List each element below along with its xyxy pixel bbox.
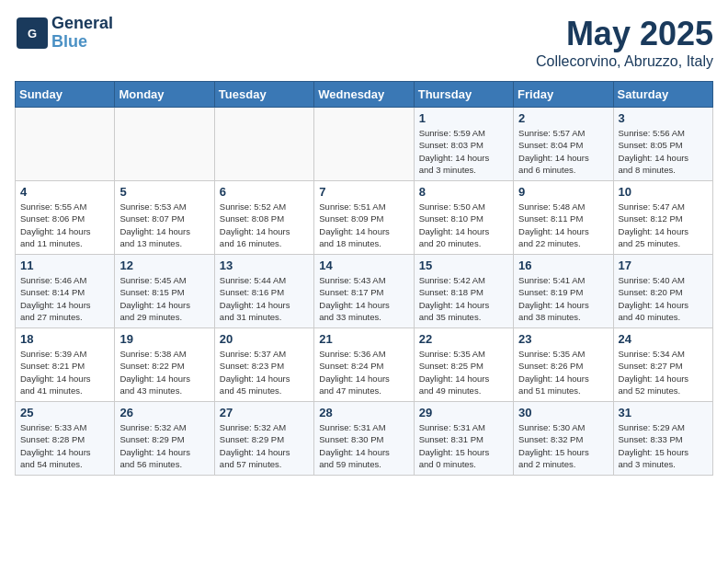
day-number: 8 xyxy=(419,185,508,199)
calendar-cell: 14Sunrise: 5:43 AM Sunset: 8:17 PM Dayli… xyxy=(314,255,414,328)
cell-info: Sunrise: 5:42 AM Sunset: 8:18 PM Dayligh… xyxy=(419,274,508,323)
day-number: 4 xyxy=(20,185,109,199)
day-number: 19 xyxy=(119,332,209,346)
cell-info: Sunrise: 5:36 AM Sunset: 8:24 PM Dayligh… xyxy=(319,348,408,396)
day-number: 20 xyxy=(220,332,309,346)
day-number: 31 xyxy=(619,406,708,419)
cell-info: Sunrise: 5:56 AM Sunset: 8:05 PM Dayligh… xyxy=(619,127,708,176)
day-number: 12 xyxy=(119,259,209,272)
cell-info: Sunrise: 5:48 AM Sunset: 8:11 PM Dayligh… xyxy=(518,201,608,249)
day-number: 21 xyxy=(319,332,408,346)
day-number: 11 xyxy=(20,259,109,272)
day-number: 5 xyxy=(119,185,209,199)
cell-info: Sunrise: 5:40 AM Sunset: 8:20 PM Dayligh… xyxy=(619,274,708,323)
page-header: G General Blue May 2025 Collecorvino, Ab… xyxy=(15,15,713,70)
cell-info: Sunrise: 5:31 AM Sunset: 8:30 PM Dayligh… xyxy=(319,421,408,470)
day-number: 29 xyxy=(419,406,508,419)
day-number: 26 xyxy=(119,406,209,419)
calendar-cell: 13Sunrise: 5:44 AM Sunset: 8:16 PM Dayli… xyxy=(214,255,313,328)
day-header-sunday: Sunday xyxy=(16,82,115,108)
day-number: 17 xyxy=(619,259,708,272)
calendar-cell: 24Sunrise: 5:34 AM Sunset: 8:27 PM Dayli… xyxy=(613,328,712,402)
logo-line2: Blue xyxy=(51,33,113,52)
location: Collecorvino, Abruzzo, Italy xyxy=(536,53,713,70)
day-number: 7 xyxy=(319,185,408,199)
calendar-table: SundayMondayTuesdayWednesdayThursdayFrid… xyxy=(15,81,713,476)
calendar-cell: 19Sunrise: 5:38 AM Sunset: 8:22 PM Dayli… xyxy=(115,328,214,402)
calendar-cell: 4Sunrise: 5:55 AM Sunset: 8:06 PM Daylig… xyxy=(16,181,115,255)
calendar-cell: 21Sunrise: 5:36 AM Sunset: 8:24 PM Dayli… xyxy=(314,328,414,402)
cell-info: Sunrise: 5:32 AM Sunset: 8:29 PM Dayligh… xyxy=(119,421,209,470)
day-number: 15 xyxy=(419,259,508,272)
calendar-cell xyxy=(314,108,414,181)
cell-info: Sunrise: 5:51 AM Sunset: 8:09 PM Dayligh… xyxy=(319,201,408,249)
calendar-cell: 28Sunrise: 5:31 AM Sunset: 8:30 PM Dayli… xyxy=(314,402,414,476)
cell-info: Sunrise: 5:41 AM Sunset: 8:19 PM Dayligh… xyxy=(518,274,608,323)
cell-info: Sunrise: 5:59 AM Sunset: 8:03 PM Dayligh… xyxy=(419,127,508,176)
month-title: May 2025 xyxy=(536,15,713,53)
calendar-cell: 11Sunrise: 5:46 AM Sunset: 8:14 PM Dayli… xyxy=(16,255,115,328)
calendar-cell: 31Sunrise: 5:29 AM Sunset: 8:33 PM Dayli… xyxy=(613,402,712,476)
day-number: 1 xyxy=(419,111,508,125)
calendar-cell: 20Sunrise: 5:37 AM Sunset: 8:23 PM Dayli… xyxy=(214,328,313,402)
day-number: 10 xyxy=(619,185,708,199)
day-number: 6 xyxy=(220,185,309,199)
calendar-cell: 15Sunrise: 5:42 AM Sunset: 8:18 PM Dayli… xyxy=(414,255,513,328)
cell-info: Sunrise: 5:45 AM Sunset: 8:15 PM Dayligh… xyxy=(119,274,209,323)
day-header-wednesday: Wednesday xyxy=(314,82,414,108)
cell-info: Sunrise: 5:55 AM Sunset: 8:06 PM Dayligh… xyxy=(20,201,109,249)
calendar-cell: 10Sunrise: 5:47 AM Sunset: 8:12 PM Dayli… xyxy=(613,181,712,255)
cell-info: Sunrise: 5:38 AM Sunset: 8:22 PM Dayligh… xyxy=(119,348,209,396)
calendar-cell xyxy=(115,108,214,181)
day-number: 3 xyxy=(619,111,708,125)
calendar-cell: 7Sunrise: 5:51 AM Sunset: 8:09 PM Daylig… xyxy=(314,181,414,255)
day-number: 13 xyxy=(220,259,309,272)
day-number: 25 xyxy=(20,406,109,419)
day-number: 27 xyxy=(220,406,309,419)
cell-info: Sunrise: 5:44 AM Sunset: 8:16 PM Dayligh… xyxy=(220,274,309,323)
logo: G General Blue xyxy=(15,15,113,52)
day-number: 2 xyxy=(518,111,608,125)
cell-info: Sunrise: 5:34 AM Sunset: 8:27 PM Dayligh… xyxy=(619,348,708,396)
day-header-thursday: Thursday xyxy=(414,82,513,108)
cell-info: Sunrise: 5:35 AM Sunset: 8:25 PM Dayligh… xyxy=(419,348,508,396)
title-block: May 2025 Collecorvino, Abruzzo, Italy xyxy=(536,15,713,70)
calendar-cell: 6Sunrise: 5:52 AM Sunset: 8:08 PM Daylig… xyxy=(214,181,313,255)
cell-info: Sunrise: 5:33 AM Sunset: 8:28 PM Dayligh… xyxy=(20,421,109,470)
calendar-body: 1Sunrise: 5:59 AM Sunset: 8:03 PM Daylig… xyxy=(16,108,713,476)
cell-info: Sunrise: 5:35 AM Sunset: 8:26 PM Dayligh… xyxy=(518,348,608,396)
cell-info: Sunrise: 5:46 AM Sunset: 8:14 PM Dayligh… xyxy=(20,274,109,323)
calendar-cell: 17Sunrise: 5:40 AM Sunset: 8:20 PM Dayli… xyxy=(613,255,712,328)
calendar-week-5: 25Sunrise: 5:33 AM Sunset: 8:28 PM Dayli… xyxy=(16,402,713,476)
calendar-cell: 2Sunrise: 5:57 AM Sunset: 8:04 PM Daylig… xyxy=(514,108,613,181)
calendar-cell: 25Sunrise: 5:33 AM Sunset: 8:28 PM Dayli… xyxy=(16,402,115,476)
day-number: 9 xyxy=(518,185,608,199)
calendar-cell: 23Sunrise: 5:35 AM Sunset: 8:26 PM Dayli… xyxy=(514,328,613,402)
day-number: 16 xyxy=(518,259,608,272)
day-number: 18 xyxy=(20,332,109,346)
calendar-cell: 9Sunrise: 5:48 AM Sunset: 8:11 PM Daylig… xyxy=(514,181,613,255)
calendar-cell: 30Sunrise: 5:30 AM Sunset: 8:32 PM Dayli… xyxy=(514,402,613,476)
calendar-week-1: 1Sunrise: 5:59 AM Sunset: 8:03 PM Daylig… xyxy=(16,108,713,181)
cell-info: Sunrise: 5:39 AM Sunset: 8:21 PM Dayligh… xyxy=(20,348,109,396)
svg-text:G: G xyxy=(28,27,37,40)
cell-info: Sunrise: 5:30 AM Sunset: 8:32 PM Dayligh… xyxy=(518,421,608,470)
calendar-cell: 22Sunrise: 5:35 AM Sunset: 8:25 PM Dayli… xyxy=(414,328,513,402)
calendar-cell: 29Sunrise: 5:31 AM Sunset: 8:31 PM Dayli… xyxy=(414,402,513,476)
cell-info: Sunrise: 5:31 AM Sunset: 8:31 PM Dayligh… xyxy=(419,421,508,470)
day-number: 24 xyxy=(619,332,708,346)
calendar-cell: 18Sunrise: 5:39 AM Sunset: 8:21 PM Dayli… xyxy=(16,328,115,402)
calendar-cell: 27Sunrise: 5:32 AM Sunset: 8:29 PM Dayli… xyxy=(214,402,313,476)
day-header-monday: Monday xyxy=(115,82,214,108)
day-header-friday: Friday xyxy=(514,82,613,108)
cell-info: Sunrise: 5:57 AM Sunset: 8:04 PM Dayligh… xyxy=(518,127,608,176)
day-header-tuesday: Tuesday xyxy=(214,82,313,108)
calendar-week-2: 4Sunrise: 5:55 AM Sunset: 8:06 PM Daylig… xyxy=(16,181,713,255)
cell-info: Sunrise: 5:32 AM Sunset: 8:29 PM Dayligh… xyxy=(220,421,309,470)
day-number: 28 xyxy=(319,406,408,419)
day-number: 23 xyxy=(518,332,608,346)
cell-info: Sunrise: 5:37 AM Sunset: 8:23 PM Dayligh… xyxy=(220,348,309,396)
calendar-cell: 16Sunrise: 5:41 AM Sunset: 8:19 PM Dayli… xyxy=(514,255,613,328)
cell-info: Sunrise: 5:47 AM Sunset: 8:12 PM Dayligh… xyxy=(619,201,708,249)
day-number: 14 xyxy=(319,259,408,272)
